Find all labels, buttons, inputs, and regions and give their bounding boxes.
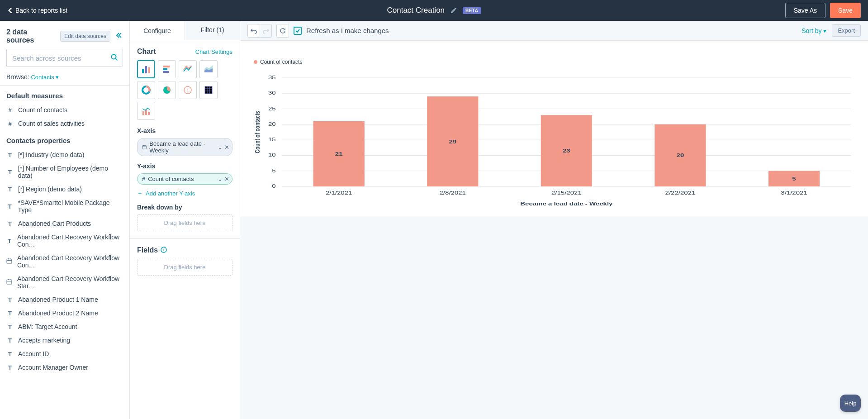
property-item[interactable]: Abandoned Cart Recovery Workflow Con… [0,251,129,272]
measure-item[interactable]: #Count of contacts [0,103,129,117]
add-y-axis-link[interactable]: ＋ Add another Y-axis [137,189,232,197]
tab-filter[interactable]: Filter (1) [185,21,240,40]
top-bar: Back to reports list Contact Creation BE… [0,0,868,21]
property-label: [*] Number of Employees (demo data) [18,165,123,179]
svg-rect-4 [145,66,147,73]
measure-label: Count of contacts [18,106,67,114]
auto-refresh-checkbox[interactable] [294,27,302,35]
property-label: Abandoned Product 2 Name [18,309,98,317]
svg-text:2/1/2021: 2/1/2021 [326,190,352,196]
fields-dropzone[interactable]: Drag fields here [137,259,232,276]
tab-configure[interactable]: Configure [130,21,185,40]
chart-type-combo[interactable] [137,102,155,120]
property-item[interactable]: TAbandoned Product 1 Name [0,293,129,306]
property-item[interactable]: T[*] Region (demo data) [0,182,129,196]
chart-settings-link[interactable]: Chart Settings [195,48,232,55]
report-title: Contact Creation [387,6,445,15]
type-icon: # [6,107,14,114]
chevron-down-icon[interactable]: ⌄ [218,144,223,151]
svg-text:2/15/2021: 2/15/2021 [551,190,582,196]
info-icon[interactable]: i [161,247,167,254]
svg-text:15: 15 [268,137,276,143]
property-label: Abandoned Cart Recovery Workflow Con… [17,233,123,248]
svg-rect-15 [148,112,150,115]
property-item[interactable]: TAccount ID [0,347,129,361]
property-item[interactable]: T*SAVE*Smarttel Mobile Package Type [0,196,129,217]
property-item[interactable]: TAccount Manager Owner [0,361,129,374]
svg-text:2/8/2021: 2/8/2021 [440,190,466,196]
svg-text:Count of contacts: Count of contacts [253,111,261,153]
svg-text:21: 21 [335,151,343,157]
y-axis-pill[interactable]: # Count of contacts ⌄✕ [137,173,232,185]
remove-y-axis-icon[interactable]: ✕ [224,176,229,182]
property-item[interactable]: TAbandoned Product 2 Name [0,306,129,320]
type-icon [6,258,13,265]
bar-chart: 05101520253035Count of contacts212/1/202… [251,73,857,209]
browse-dropdown[interactable]: Contacts ▾ [31,74,59,81]
chart-type-pie[interactable] [158,81,176,99]
configure-panel: Configure Filter (1) Chart Chart Setting… [130,21,240,419]
save-button[interactable]: Save [830,3,861,18]
fields-section-title: Fields [137,246,158,254]
type-icon: T [6,364,14,371]
svg-text:5: 5 [272,168,275,174]
svg-text:10: 10 [268,152,276,158]
svg-text:0: 0 [272,183,275,189]
chevron-down-icon[interactable]: ⌄ [218,176,223,182]
legend-dot-icon [254,60,257,64]
type-icon: T [6,324,14,330]
remove-x-axis-icon[interactable]: ✕ [224,144,229,151]
property-item[interactable]: TABM: Target Account [0,320,129,333]
svg-rect-5 [148,67,150,73]
export-button[interactable]: Export [832,24,861,37]
search-input[interactable] [6,49,123,67]
chart-type-hbar[interactable] [158,60,176,78]
sort-by-dropdown[interactable]: Sort by ▾ [802,27,826,34]
chart-type-bar[interactable] [137,60,155,78]
edit-title-icon[interactable] [450,7,457,14]
plus-icon: ＋ [137,189,143,197]
property-label: Abandoned Cart Recovery Workflow Star… [17,275,123,290]
measure-item[interactable]: #Count of sales activities [0,117,129,130]
x-axis-pill[interactable]: Became a lead date - Weekly ⌄✕ [137,138,232,156]
svg-rect-2 [7,280,12,284]
property-item[interactable]: Abandoned Cart Recovery Workflow Star… [0,272,129,293]
type-icon: T [6,220,14,227]
edit-sources-button[interactable]: Edit data sources [60,31,110,42]
property-label: Accepts marketing [18,337,70,344]
type-icon: T [6,238,13,244]
redo-button[interactable] [260,24,271,37]
svg-text:35: 35 [268,75,276,81]
property-label: [*] Region (demo data) [18,186,82,193]
search-icon [110,53,119,63]
save-as-button[interactable]: Save As [785,3,825,18]
property-item[interactable]: TAccepts marketing [0,333,129,347]
property-item[interactable]: T[*] Industry (demo data) [0,148,129,162]
chevron-down-icon: ▾ [56,74,59,81]
svg-rect-13 [142,111,144,115]
property-item[interactable]: TAbandoned Cart Recovery Workflow Con… [0,230,129,251]
chart-type-line[interactable] [179,60,197,78]
calendar-icon [142,144,147,150]
svg-rect-1 [7,259,12,263]
property-item[interactable]: TAbandoned Cart Products [0,217,129,230]
undo-button[interactable] [248,24,260,37]
back-to-reports-link[interactable]: Back to reports list [7,7,67,14]
chart-legend: Count of contacts [251,59,857,65]
breakdown-dropzone[interactable]: Drag fields here [137,214,232,231]
default-measures-header: Default measures [0,86,129,103]
browse-label: Browse: [6,73,29,81]
property-item[interactable]: T[*] Number of Employees (demo data) [0,162,129,182]
chart-type-area[interactable] [199,60,218,78]
svg-rect-6 [163,66,170,67]
chart-type-kpi[interactable]: 1 [179,81,197,99]
collapse-panel-icon[interactable] [115,32,123,41]
svg-text:2/22/2021: 2/22/2021 [665,190,696,196]
chart-type-donut[interactable] [137,81,155,99]
help-button[interactable]: Help [840,395,861,412]
refresh-button[interactable] [277,24,289,37]
svg-text:Became a lead date - Weekly: Became a lead date - Weekly [520,201,613,207]
svg-text:20: 20 [268,121,276,127]
property-label: Abandoned Product 1 Name [18,296,98,303]
chart-type-table[interactable] [199,81,218,99]
